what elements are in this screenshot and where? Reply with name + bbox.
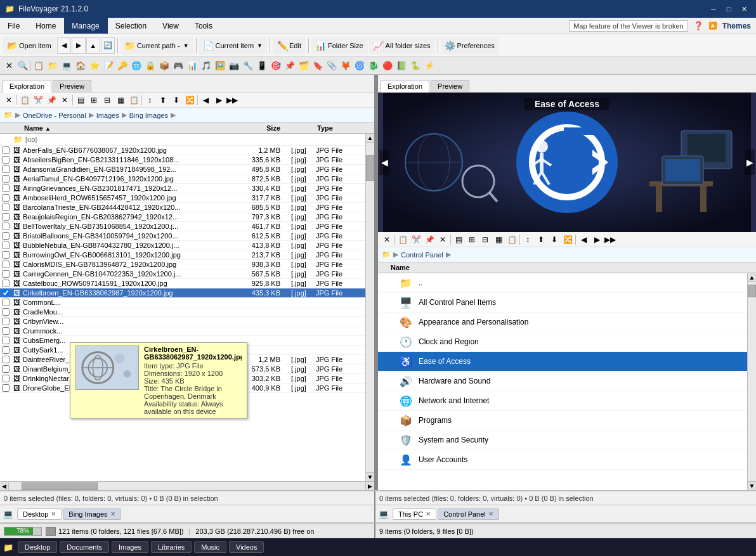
quick-q19[interactable]: 📌 (284, 60, 296, 72)
exp-cut[interactable]: ✂️ (32, 94, 44, 106)
file-checkbox[interactable] (2, 156, 10, 164)
horizontal-scrollbar[interactable]: ◀ ▶ (0, 481, 374, 490)
file-checkbox[interactable] (2, 251, 10, 259)
list-item[interactable]: 🖼 AmboseliHerd_ROW6515657457_1920x1200.j… (0, 193, 365, 203)
exp-view5[interactable]: 📋 (127, 94, 140, 106)
horiz-thumb[interactable] (22, 482, 98, 490)
file-checkbox[interactable] (2, 213, 10, 221)
quick-q27[interactable]: ⚡ (423, 60, 436, 72)
list-item[interactable]: 🖼 Cirkelbroen_EN-GB6338062987_1920x1200.… (0, 288, 365, 298)
file-checkbox[interactable] (2, 308, 10, 316)
quick-q1[interactable]: 📋 (32, 60, 45, 72)
file-checkbox[interactable] (2, 327, 10, 335)
menu-view[interactable]: View (155, 18, 187, 34)
list-item[interactable]: 🖼 Crummock... (0, 326, 365, 336)
r-exp-fwd-more[interactable]: ▶▶ (604, 234, 616, 245)
quick-q5[interactable]: ⭐ (88, 60, 101, 72)
r-exp-delete[interactable]: ✕ (436, 234, 449, 245)
current-path-button[interactable]: 📁 Current path - ▼ (121, 37, 193, 55)
quick-q7[interactable]: 🔑 (116, 60, 129, 72)
list-item[interactable]: 🖼 BellTowerItaly_EN-GB7351068854_1920x12… (0, 222, 365, 231)
path-onedrive[interactable]: OneDrive - Personal (23, 112, 86, 119)
preview-nav-left[interactable]: ◀ (379, 150, 389, 175)
right-preview-tab[interactable]: Preview (431, 80, 469, 92)
list-item[interactable]: 🖼 CarregCennen_EN-GB1047022353_1920x1200… (0, 269, 365, 279)
left-preview-tab[interactable]: Preview (53, 80, 91, 92)
r-exp-view5[interactable]: 📋 (505, 234, 518, 245)
list-item[interactable]: 🌐 Network and Internet (378, 391, 747, 411)
r-exp-down[interactable]: ⬇ (548, 234, 561, 245)
nav-back-icon[interactable]: ◀ (57, 37, 71, 54)
exp-up[interactable]: ⬆ (157, 94, 169, 106)
r-exp-sort[interactable]: ↕ (521, 234, 534, 245)
quick-chrome[interactable]: 🌀 (353, 60, 366, 72)
quick-q8[interactable]: 🌐 (130, 60, 143, 72)
exp-down[interactable]: ⬇ (170, 94, 183, 106)
quick-q14[interactable]: 🖼️ (214, 60, 226, 72)
r-exp-view3[interactable]: ⊟ (479, 234, 492, 245)
exp-fwd-more[interactable]: ▶▶ (226, 94, 238, 106)
quick-q22[interactable]: 📎 (325, 60, 338, 72)
quick-q4[interactable]: 🏠 (74, 60, 87, 72)
taskbar-music-btn[interactable]: Music (194, 541, 226, 553)
scroll-up-btn[interactable]: ▲ (366, 134, 374, 143)
r-exp-cut[interactable]: ✂️ (410, 234, 422, 245)
col-size-header[interactable]: Size (232, 124, 283, 132)
nav-fwd-icon[interactable]: ▶ (72, 37, 86, 54)
thispc-tab-close[interactable]: ✕ (426, 510, 431, 517)
r-exp-back[interactable]: ◀ (577, 234, 590, 245)
menu-manage[interactable]: Manage (64, 18, 107, 34)
list-item[interactable]: 🖼 CribynView... (0, 317, 365, 326)
all-folder-sizes-button[interactable]: 📈 All folder sizes (369, 37, 435, 55)
file-checkbox[interactable] (2, 289, 10, 297)
file-checkbox[interactable] (2, 280, 10, 287)
quick-q11[interactable]: 🎮 (172, 60, 185, 72)
menu-file[interactable]: File (0, 18, 28, 34)
scrollbar-thumb[interactable] (366, 155, 374, 181)
file-checkbox[interactable] (2, 204, 10, 211)
list-item[interactable]: 🖼 AberFalls_EN-GB6776038067_1920x1200.jp… (0, 146, 365, 155)
path-images[interactable]: Images (96, 112, 119, 119)
file-checkbox[interactable] (2, 242, 10, 249)
scroll-down-btn[interactable]: ▼ (366, 472, 374, 481)
r-exp-close[interactable]: ✕ (381, 234, 393, 245)
taskbar-images-btn[interactable]: Images (112, 541, 148, 553)
quick-arrow-icon[interactable]: 🔍 (16, 60, 29, 72)
list-item[interactable]: 🖼 BurrowingOwl_EN-GB0066813101_1920x1200… (0, 250, 365, 260)
disk-icon[interactable] (46, 527, 56, 536)
exp-delete[interactable]: ✕ (58, 94, 71, 106)
list-item[interactable]: ♿ Ease of Access (378, 352, 747, 372)
list-item[interactable]: 📦 Programs (378, 411, 747, 430)
r-exp-copy[interactable]: 📋 (396, 234, 409, 245)
list-item[interactable]: 🖼 AerialTamul_EN-GB4097712196_1920x1200.… (0, 174, 365, 184)
preferences-button[interactable]: ⚙️ Preferences (441, 37, 499, 55)
exp-nav[interactable]: 🔀 (183, 94, 196, 106)
quick-q20[interactable]: 🗂️ (297, 60, 310, 72)
quick-q13[interactable]: 🎵 (200, 60, 212, 72)
r-scroll-down-btn[interactable]: ▼ (748, 481, 756, 490)
left-bottom-tab-desktop[interactable]: Desktop ✕ (17, 508, 62, 520)
list-item[interactable]: 🛡️ System and Security (378, 430, 747, 450)
list-item[interactable]: 👤 User Accounts (378, 450, 747, 470)
exp-fwd[interactable]: ▶ (212, 94, 225, 106)
menu-home[interactable]: Home (28, 18, 64, 34)
list-item[interactable]: 🖼 Castelbouc_ROW5097141591_1920x1200.jpg… (0, 279, 365, 288)
list-item[interactable]: 🎨 Appearance and Personalisation (378, 313, 747, 332)
quick-q15[interactable]: 📷 (228, 60, 240, 72)
scroll-left-btn[interactable]: ◀ (0, 482, 9, 490)
desktop-tab-close[interactable]: ✕ (51, 510, 56, 517)
vertical-scrollbar[interactable]: ▲ ▼ (365, 134, 374, 481)
left-bottom-tab-bing[interactable]: Bing Images ✕ (63, 508, 121, 520)
exp-view3[interactable]: ⊟ (101, 94, 114, 106)
list-item[interactable]: 📁 [up] (0, 134, 365, 146)
taskbar-documents-btn[interactable]: Documents (60, 541, 109, 553)
right-bottom-tab-thispc[interactable]: This PC ✕ (393, 508, 436, 520)
list-item[interactable]: 🕐 Clock and Region (378, 332, 747, 352)
file-checkbox[interactable] (2, 184, 10, 192)
list-item[interactable]: 🖼 AdansoniaGrandidieri_EN-GB1971849598_1… (0, 165, 365, 174)
maximize-button[interactable]: □ (722, 3, 736, 15)
quick-q25[interactable]: 📗 (395, 60, 408, 72)
taskbar-videos-btn[interactable]: Videos (229, 541, 264, 553)
scroll-right-btn[interactable]: ▶ (365, 482, 374, 490)
expand-icon[interactable]: 🔼 (708, 22, 717, 30)
